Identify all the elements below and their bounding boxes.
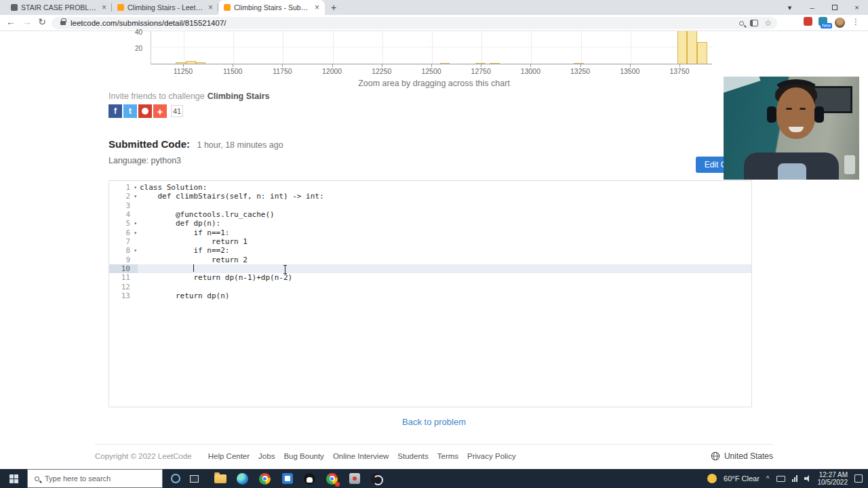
code-line[interactable]: 7▾ return 1 bbox=[109, 237, 751, 246]
person-eye bbox=[786, 108, 792, 110]
display-icon[interactable] bbox=[776, 476, 785, 482]
url-text[interactable]: leetcode.com/submissions/detail/81552140… bbox=[71, 19, 226, 27]
reload-icon[interactable]: ↻ bbox=[35, 16, 49, 27]
code-line[interactable]: 5▾ def dp(n): bbox=[109, 219, 751, 228]
globe-icon bbox=[711, 451, 720, 461]
code-text: if n==1: bbox=[138, 228, 751, 237]
lock-icon[interactable] bbox=[60, 21, 66, 25]
region-selector[interactable]: United States bbox=[711, 451, 773, 461]
line-number-gutter: 11▾ bbox=[109, 273, 138, 282]
footer-link[interactable]: Help Center bbox=[208, 452, 250, 460]
submitted-code-title: Submitted Code: bbox=[108, 138, 190, 150]
footer-link[interactable]: Students bbox=[397, 452, 428, 460]
store-app-icon[interactable] bbox=[281, 472, 294, 485]
code-editor[interactable]: 1▾ class Solution: 2▾ def climbStairs(se… bbox=[108, 180, 752, 407]
tab-search-chevron-icon[interactable]: ▾ bbox=[778, 0, 801, 15]
x-tick-label: 13500 bbox=[620, 67, 639, 75]
cortana-icon[interactable] bbox=[171, 474, 180, 483]
obs-studio-icon[interactable] bbox=[370, 472, 383, 485]
action-center-icon[interactable] bbox=[854, 474, 863, 483]
network-icon[interactable] bbox=[792, 475, 797, 482]
tab-title: Climbing Stairs - LeetCode bbox=[127, 3, 203, 12]
browser-tab[interactable]: STAIR CASE PROBLEM LEETCOD! × bbox=[5, 0, 112, 15]
browser-tab[interactable]: Climbing Stairs - Submission De × bbox=[218, 0, 325, 15]
browser-menu-icon[interactable]: ⋮ bbox=[852, 17, 860, 26]
twitter-share-button[interactable]: t bbox=[123, 104, 137, 118]
code-line[interactable]: 3▾ bbox=[109, 201, 751, 210]
browser-tab[interactable]: Climbing Stairs - LeetCode × bbox=[112, 0, 218, 15]
task-view-icon[interactable] bbox=[190, 475, 199, 483]
code-line[interactable]: 2▾ def climbStairs(self, n: int) -> int: bbox=[109, 192, 751, 201]
clock-date: 10/5/2022 bbox=[818, 479, 848, 486]
line-number: 2 bbox=[125, 192, 130, 201]
code-line[interactable]: 13▾ return dp(n) bbox=[109, 291, 751, 300]
code-text bbox=[138, 264, 751, 273]
code-line[interactable]: 1▾ class Solution: bbox=[109, 183, 751, 192]
taskbar-search-input[interactable]: Type here to search bbox=[27, 469, 163, 488]
tab-close-icon[interactable]: × bbox=[313, 3, 321, 12]
footer-link[interactable]: Bug Bounty bbox=[283, 452, 323, 460]
runtime-distribution-plot[interactable] bbox=[151, 31, 712, 64]
close-button[interactable]: × bbox=[846, 0, 868, 15]
forward-icon[interactable]: → bbox=[20, 16, 34, 27]
address-bar[interactable]: leetcode.com/submissions/detail/81552140… bbox=[52, 17, 777, 29]
profile-avatar[interactable] bbox=[835, 18, 845, 28]
chart-x-axis-labels: 1125011500117501200012250125001275013000… bbox=[151, 64, 712, 75]
facebook-share-button[interactable]: f bbox=[108, 104, 122, 118]
bookmark-star-icon[interactable]: ☆ bbox=[764, 19, 772, 27]
chrome-icon[interactable] bbox=[258, 472, 271, 485]
minimize-button[interactable]: – bbox=[801, 0, 823, 15]
code-line[interactable]: 10▾ bbox=[109, 264, 751, 273]
code-line[interactable]: 4▾ @functools.lru_cache() bbox=[109, 210, 751, 219]
page-footer: Copyright © 2022 LeetCode Help Center Jo… bbox=[95, 451, 773, 461]
new-tab-button[interactable]: + bbox=[325, 0, 342, 15]
fold-arrow-icon[interactable]: ▾ bbox=[134, 183, 137, 192]
code-line[interactable]: 12▾ bbox=[109, 283, 751, 291]
fold-arrow-icon[interactable]: ▾ bbox=[134, 219, 137, 228]
addthis-share-button[interactable]: + bbox=[153, 104, 167, 118]
histogram-bar bbox=[475, 63, 486, 64]
code-text: def climbStairs(self, n: int) -> int: bbox=[138, 192, 751, 201]
footer-link[interactable]: Terms bbox=[437, 452, 458, 460]
maximize-button[interactable] bbox=[823, 0, 846, 15]
zoom-icon[interactable] bbox=[739, 21, 744, 26]
file-explorer-icon[interactable] bbox=[214, 472, 226, 485]
capture-app-icon[interactable] bbox=[348, 472, 361, 485]
weather-text[interactable]: 60°F Clear bbox=[724, 474, 760, 483]
fold-arrow-icon[interactable]: ▾ bbox=[134, 246, 137, 255]
speaker-icon[interactable] bbox=[804, 475, 811, 482]
footer-link[interactable]: Online Interview bbox=[333, 452, 389, 460]
start-button[interactable] bbox=[0, 469, 27, 488]
back-to-problem-link[interactable]: Back to problem bbox=[0, 417, 868, 427]
edge-icon[interactable] bbox=[236, 472, 249, 485]
maximize-icon bbox=[832, 5, 837, 10]
x-tick-label: 11750 bbox=[273, 67, 292, 75]
code-line[interactable]: 9▾ return 2 bbox=[109, 256, 751, 264]
footer-link[interactable]: Jobs bbox=[258, 452, 275, 460]
footer-link[interactable]: Privacy Policy bbox=[467, 452, 516, 460]
tab-close-icon[interactable]: × bbox=[207, 3, 214, 12]
line-number: 11 bbox=[121, 273, 130, 282]
github-icon[interactable] bbox=[303, 472, 316, 485]
weather-sun-icon[interactable] bbox=[707, 474, 717, 483]
adblock-extension-icon[interactable] bbox=[804, 17, 812, 26]
code-line[interactable]: 8▾ if n==2: bbox=[109, 246, 751, 255]
fold-arrow-icon[interactable]: ▾ bbox=[134, 228, 137, 237]
side-panel-icon[interactable] bbox=[750, 20, 758, 26]
background-object bbox=[844, 155, 855, 174]
headphone-earcup bbox=[814, 106, 824, 123]
reddit-share-button[interactable] bbox=[138, 104, 152, 118]
fold-arrow-icon[interactable]: ▾ bbox=[134, 192, 137, 201]
line-number-gutter: 6▾ bbox=[109, 228, 138, 237]
submitted-code-header: Submitted Code: 1 hour, 18 minutes ago bbox=[108, 138, 283, 150]
code-line[interactable]: 11▾ return dp(n-1)+dp(n-2) bbox=[109, 273, 751, 282]
back-icon[interactable]: ← bbox=[4, 16, 18, 27]
chrome-secondary-icon[interactable] bbox=[326, 472, 338, 485]
line-number-gutter: 3▾ bbox=[109, 201, 138, 210]
extension-icon[interactable]: New bbox=[818, 17, 827, 26]
x-tick-label: 12000 bbox=[322, 67, 342, 75]
tray-chevron-icon[interactable]: ^ bbox=[766, 475, 770, 483]
taskbar-clock[interactable]: 12:27 AM 10/5/2022 bbox=[818, 471, 848, 486]
tab-close-icon[interactable]: × bbox=[100, 3, 108, 12]
code-line[interactable]: 6▾ if n==1: bbox=[109, 228, 751, 237]
